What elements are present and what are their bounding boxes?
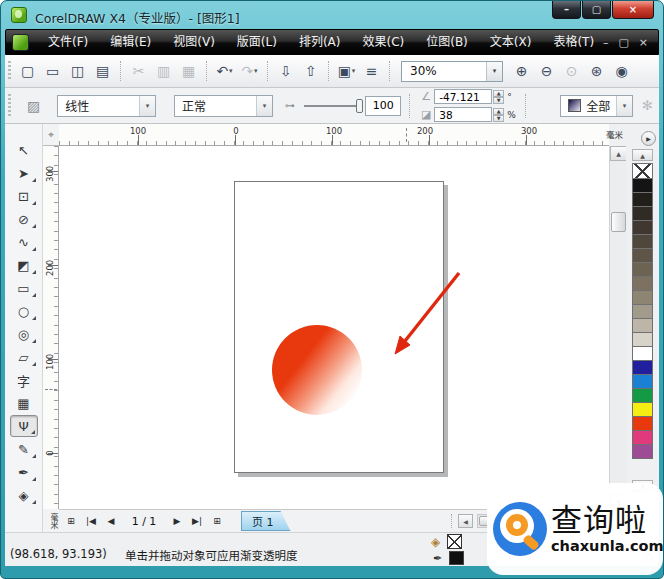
page-tab[interactable]: 页 1 — [241, 511, 291, 531]
spin-down-icon[interactable]: ▼ — [493, 115, 504, 122]
document-minimize-button[interactable]: – — [603, 36, 609, 49]
application-launcher-button[interactable]: ▣▾ — [335, 60, 358, 82]
pick-tool[interactable]: ↖ — [10, 139, 38, 161]
next-page-button[interactable]: ▶ — [169, 512, 185, 530]
menu-item-7[interactable]: 文本(X) — [479, 30, 543, 54]
transparency-midpoint-input[interactable] — [365, 96, 401, 116]
gradient-angle-input[interactable] — [434, 89, 492, 104]
zoom-tool[interactable]: ⊘ — [10, 208, 38, 230]
table-tool[interactable]: ▦ — [10, 392, 38, 414]
slider-handle[interactable] — [356, 99, 363, 113]
zoom-out-button[interactable]: ⊖ — [535, 60, 558, 82]
color-swatch-19[interactable] — [632, 444, 653, 459]
drawing-canvas[interactable] — [59, 146, 609, 509]
scroll-left-button[interactable]: ◀ — [458, 514, 473, 528]
undo-dropdown-icon[interactable]: ▾ — [229, 67, 233, 75]
chevron-down-icon[interactable]: ▾ — [616, 96, 632, 116]
color-swatch-17[interactable] — [632, 416, 653, 431]
transparency-target-select[interactable]: 全部 ▾ — [560, 95, 633, 117]
maximize-button[interactable]: ▢ — [582, 1, 611, 19]
color-swatch-9[interactable] — [632, 304, 653, 319]
outline-pen-tool[interactable]: ✒ — [10, 461, 38, 483]
rectangle-tool[interactable]: ▭ — [10, 277, 38, 299]
chevron-down-icon[interactable]: ▾ — [256, 96, 272, 116]
text-tool[interactable]: 字 — [10, 369, 38, 391]
eyedropper-tool[interactable]: ✎ — [10, 438, 38, 460]
color-swatch-1[interactable] — [632, 192, 653, 207]
previous-page-button[interactable]: ◀ — [103, 512, 119, 530]
color-swatch-6[interactable] — [632, 262, 653, 277]
chevron-down-icon[interactable]: ▾ — [139, 96, 155, 116]
new-document-button[interactable]: ▢ — [16, 60, 39, 82]
color-swatch-13[interactable] — [632, 360, 653, 375]
export-button[interactable]: ⇧ — [299, 60, 322, 82]
zoom-level-select[interactable]: 30% ▾ — [401, 61, 503, 82]
freehand-tool[interactable]: ∿ — [10, 231, 38, 253]
color-swatch-16[interactable] — [632, 402, 653, 417]
color-swatch-5[interactable] — [632, 248, 653, 263]
color-swatch-15[interactable] — [632, 388, 653, 403]
ellipse-tool[interactable]: ○ — [10, 300, 38, 322]
zoom-in-button[interactable]: ⊕ — [510, 60, 533, 82]
crop-tool[interactable]: ⊡ — [10, 185, 38, 207]
menu-item-4[interactable]: 排列(A) — [288, 30, 352, 54]
menu-item-0[interactable]: 文件(F) — [37, 30, 99, 54]
minimize-button[interactable]: – — [552, 1, 581, 19]
menu-item-8[interactable]: 表格(T) — [542, 30, 605, 54]
zoom-selected-button[interactable]: ⊛ — [585, 60, 608, 82]
color-swatch-14[interactable] — [632, 374, 653, 389]
palette-scroll-up-button[interactable]: ▲ — [632, 149, 653, 161]
transparency-operation-select[interactable]: 正常 ▾ — [174, 95, 273, 117]
spin-up-icon[interactable]: ▲ — [493, 108, 504, 115]
polygon-tool[interactable]: ◎ — [10, 323, 38, 345]
menu-item-3[interactable]: 版面(L) — [226, 30, 288, 54]
menu-item-5[interactable]: 效果(C) — [351, 30, 415, 54]
vertical-scrollbar-thumb[interactable] — [611, 212, 626, 232]
menu-item-1[interactable]: 编辑(E) — [99, 30, 162, 54]
import-button[interactable]: ⇩ — [274, 60, 297, 82]
interactive-transparency-tool[interactable]: Ψ — [10, 415, 38, 437]
color-swatch-10[interactable] — [632, 318, 653, 333]
menu-item-2[interactable]: 视图(V) — [162, 30, 226, 54]
document-close-button[interactable]: × — [639, 36, 648, 49]
print-button[interactable]: ▤ — [91, 60, 114, 82]
fill-tool[interactable]: ◈ — [10, 484, 38, 506]
color-swatch-2[interactable] — [632, 206, 653, 221]
transparency-type-select[interactable]: 线性 ▾ — [57, 95, 156, 117]
welcome-screen-button[interactable]: ≡ — [360, 60, 383, 82]
ruler-origin[interactable]: ⌖ — [43, 124, 59, 146]
document-restore-button[interactable]: ▢ — [618, 36, 628, 49]
spin-up-icon[interactable]: ▲ — [493, 90, 504, 97]
edge-pad-input[interactable] — [434, 107, 492, 122]
chevron-down-icon[interactable]: ▾ — [486, 62, 502, 81]
add-page-button[interactable]: ⊞ — [209, 512, 225, 530]
transparency-midpoint-slider[interactable] — [304, 99, 359, 113]
color-swatch-4[interactable] — [632, 234, 653, 249]
color-swatch-3[interactable] — [632, 220, 653, 235]
color-swatch-11[interactable] — [632, 332, 653, 347]
vertical-scrollbar[interactable]: ▲ ▼ — [609, 146, 626, 509]
add-page-button[interactable]: ⊞ — [63, 512, 79, 530]
close-button[interactable]: × — [612, 1, 654, 19]
undo-button[interactable]: ↶▾ — [213, 60, 236, 82]
last-page-button[interactable]: ▶| — [189, 512, 205, 530]
color-swatch-8[interactable] — [632, 290, 653, 305]
color-swatch-12[interactable] — [632, 346, 653, 361]
color-swatch-7[interactable] — [632, 276, 653, 291]
first-page-button[interactable]: |◀ — [83, 512, 99, 530]
smart-fill-tool[interactable]: ◩ — [10, 254, 38, 276]
horizontal-ruler[interactable]: 1000100200300 — [59, 124, 609, 146]
color-swatch-18[interactable] — [632, 430, 653, 445]
save-button[interactable]: ◫ — [66, 60, 89, 82]
open-button[interactable]: ▭ — [41, 60, 64, 82]
palette-flyout-button[interactable]: ▶ — [641, 131, 656, 146]
shape-tool[interactable]: ➤ — [10, 162, 38, 184]
no-color-swatch[interactable] — [632, 163, 653, 179]
scroll-up-button[interactable]: ▲ — [610, 146, 627, 161]
zoom-page-button[interactable]: ◉ — [610, 60, 633, 82]
redo-dropdown-icon[interactable]: ▾ — [254, 67, 258, 75]
menu-item-6[interactable]: 位图(B) — [415, 30, 479, 54]
application-launcher-dropdown-icon[interactable]: ▾ — [352, 67, 356, 75]
color-swatch-0[interactable] — [632, 178, 653, 193]
vertical-ruler[interactable]: 3002001000 — [43, 146, 59, 509]
